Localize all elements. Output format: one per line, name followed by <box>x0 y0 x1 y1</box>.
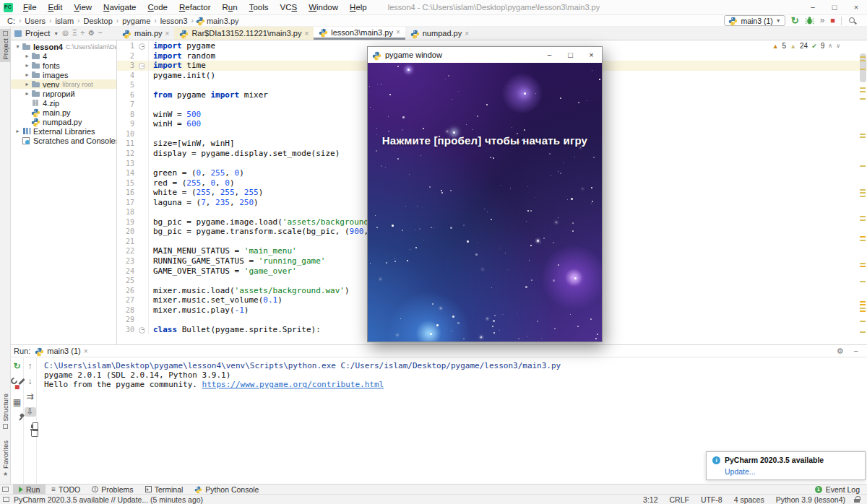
line-number[interactable]: 23 <box>117 256 134 266</box>
line-number[interactable]: 14 <box>117 168 134 178</box>
scroll-to-end-icon[interactable]: ⇩ <box>25 407 36 417</box>
line-number[interactable]: 6 <box>117 90 134 100</box>
pygame-titlebar[interactable]: pygame window − □ × <box>368 47 602 63</box>
line-number[interactable]: 27 <box>117 295 134 305</box>
chevron-icon[interactable]: ▸ <box>23 81 31 87</box>
tree-item--[interactable]: ▸гиргорий <box>11 89 116 98</box>
line-number[interactable]: 15 <box>117 178 134 188</box>
tree-item-external-libraries[interactable]: ▸External Libraries <box>11 126 116 136</box>
menu-view[interactable]: View <box>69 1 97 13</box>
line-number[interactable]: 21 <box>117 237 134 247</box>
close-icon[interactable]: × <box>396 28 400 36</box>
line-number[interactable]: 4 <box>117 71 134 81</box>
toolwin-tab-todo[interactable]: ≡TODO <box>46 485 86 494</box>
tree-item-main-py[interactable]: main.py <box>11 108 116 117</box>
hide-panel-button[interactable]: − <box>98 27 103 40</box>
run-button[interactable]: ↻ <box>791 16 799 25</box>
minimize-icon[interactable]: − <box>539 47 560 63</box>
line-number[interactable]: 9 <box>117 119 134 129</box>
line-number[interactable]: 30 <box>117 325 134 335</box>
line-number[interactable]: 5 <box>117 80 134 90</box>
game-canvas[interactable]: Нажмите [пробел] чтобы начать игру <box>368 63 602 342</box>
breadcrumb-item[interactable]: Users <box>23 17 47 25</box>
chevron-icon[interactable]: ▸ <box>14 128 22 134</box>
hide-panel-button[interactable]: − <box>854 347 858 356</box>
editor-scrollbar[interactable] <box>858 40 867 344</box>
line-number[interactable]: 2 <box>117 51 134 61</box>
console-link[interactable]: https://www.pygame.org/contribute.html <box>202 380 384 389</box>
line-number[interactable]: 26 <box>117 286 134 296</box>
toolwin-tab-python-console[interactable]: Python Console <box>189 485 264 494</box>
down-stack-icon[interactable]: ↓ <box>25 377 36 386</box>
tree-item-numpad-py[interactable]: numpad.py <box>11 117 116 126</box>
fold-icon[interactable] <box>134 325 149 335</box>
close-icon[interactable]: × <box>465 30 469 38</box>
line-number[interactable]: 19 <box>117 217 134 227</box>
strip-tab-favorites[interactable]: Favorites ★ <box>0 438 11 479</box>
interpreter[interactable]: Python 3.9 (lesson4) <box>776 495 845 504</box>
gear-icon[interactable]: ⚙ <box>837 347 844 356</box>
event-log-button[interactable]: 1 Event Log <box>815 485 867 494</box>
line-number[interactable]: 1 <box>117 41 134 51</box>
menu-edit[interactable]: Edit <box>43 1 68 13</box>
update-link[interactable]: Update... <box>725 467 756 476</box>
breadcrumb-item[interactable]: C: <box>6 17 17 25</box>
soft-wrap-icon[interactable]: ⇉ <box>25 392 36 401</box>
chevron-icon[interactable]: ▸ <box>23 53 31 59</box>
line-number[interactable]: 18 <box>117 207 134 217</box>
menu-file[interactable]: File <box>18 1 42 13</box>
update-notification[interactable]: i PyCharm 2020.3.5 available Update... <box>706 451 866 480</box>
tree-item-4-zip[interactable]: 4.zip <box>11 98 116 108</box>
chevron-icon[interactable]: ▸ <box>23 71 31 78</box>
strip-tab-structure[interactable]: Structure <box>0 391 11 431</box>
coverage-button[interactable]: » <box>820 16 825 25</box>
line-number[interactable]: 17 <box>117 198 134 208</box>
line-number[interactable]: 24 <box>117 266 134 277</box>
strip-tab-project[interactable]: Project <box>0 29 11 62</box>
chevron-icon[interactable]: ▸ <box>23 62 31 69</box>
expand-collapse-button[interactable]: ÷ <box>80 27 85 40</box>
breadcrumb-item[interactable]: Desktop <box>82 17 113 25</box>
editor-tab[interactable]: Rar$DIa13152.11221\main3.py× <box>174 27 314 40</box>
inspection-widget[interactable]: ▲5 ▲24 ✔9 ∧ ∨ <box>770 42 842 50</box>
fold-icon[interactable] <box>134 41 149 51</box>
prev-issue-icon[interactable]: ∧ <box>828 43 832 49</box>
close-icon[interactable]: × <box>581 47 602 63</box>
menu-help[interactable]: Help <box>345 1 372 13</box>
line-separator[interactable]: CRLF <box>669 495 689 504</box>
close-icon[interactable]: × <box>165 30 170 38</box>
indent-setting[interactable]: 4 spaces <box>734 495 764 504</box>
menu-code[interactable]: Code <box>143 1 173 13</box>
file-encoding[interactable]: UTF-8 <box>701 495 722 504</box>
search-icon[interactable] <box>847 16 857 25</box>
line-number[interactable]: 3 <box>117 61 134 71</box>
stop-button[interactable]: ■ <box>830 16 835 25</box>
line-number[interactable]: 25 <box>117 276 134 286</box>
tree-item-venv[interactable]: ▸venvlibrary root <box>11 79 116 89</box>
breadcrumb-item[interactable]: islam <box>53 17 75 25</box>
menu-run[interactable]: Run <box>217 1 243 13</box>
chevron-icon[interactable]: ▸ <box>23 90 31 97</box>
locate-file-button[interactable]: ◎ <box>62 27 69 40</box>
up-stack-icon[interactable]: ↑ <box>25 362 36 371</box>
line-number[interactable]: 28 <box>117 305 134 316</box>
menu-window[interactable]: Window <box>303 1 343 13</box>
close-icon[interactable]: × <box>845 0 867 15</box>
breadcrumb-item[interactable]: pygame <box>121 17 152 25</box>
layout-icon[interactable]: ▦ <box>12 398 23 407</box>
close-icon[interactable]: × <box>84 347 88 355</box>
collapse-button[interactable]: Ξ <box>72 27 77 40</box>
tool-window-switcher-icon[interactable] <box>2 487 9 492</box>
run-panel-tab[interactable]: main3 (1) × <box>35 347 87 356</box>
maximize-icon[interactable]: □ <box>824 0 845 15</box>
scrollbar-thumb[interactable] <box>860 53 866 82</box>
tree-item-lesson4[interactable]: ▾lesson4C:\Users\islam\Desktop\py <box>11 42 116 51</box>
breadcrumb-item[interactable]: lesson3 <box>159 17 189 25</box>
breadcrumb-item[interactable]: main3.py <box>205 17 241 25</box>
close-icon[interactable]: × <box>304 30 309 38</box>
editor-tab[interactable]: lesson3\main3.py× <box>314 27 405 40</box>
menu-navigate[interactable]: Navigate <box>98 1 141 13</box>
editor-tab[interactable]: main.py× <box>117 27 174 40</box>
gear-icon[interactable]: ⚙ <box>88 27 95 40</box>
line-number[interactable]: 20 <box>117 227 134 237</box>
